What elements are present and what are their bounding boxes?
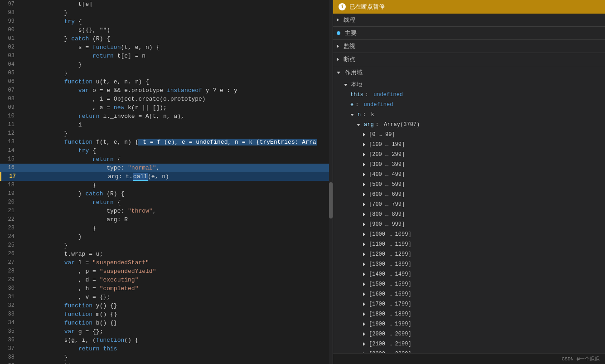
line-number: 25 xyxy=(0,241,18,250)
code-line: 20 return { xyxy=(0,198,333,207)
array-range-2200[interactable]: [2200 … 2299] xyxy=(333,349,605,353)
line-content: function f(t, e, n) { t = f (e), e = und… xyxy=(18,138,333,146)
array-range-2000[interactable]: [2000 … 2099] xyxy=(333,329,605,339)
section-threads-header[interactable]: 线程 xyxy=(333,14,605,26)
prop-key-e: e xyxy=(350,101,353,109)
line-number: 30 xyxy=(0,284,18,293)
section-main-header[interactable]: 主要 xyxy=(333,27,605,39)
debug-sections[interactable]: 线程 主要 监视 断点 xyxy=(333,14,605,353)
array-range-500[interactable]: [500 … 599] xyxy=(333,180,605,189)
collapse-icon xyxy=(363,223,365,226)
section-watch-header[interactable]: 监视 xyxy=(333,40,605,53)
range-label: [1200 … 1299] xyxy=(369,250,411,258)
array-range-1100[interactable]: [1100 … 1199] xyxy=(333,239,605,249)
collapse-icon xyxy=(363,233,365,236)
line-number: 98 xyxy=(0,9,18,17)
array-range-1900[interactable]: [1900 … 1999] xyxy=(333,319,605,329)
prop-sep: : xyxy=(363,111,369,119)
collapse-icon xyxy=(363,312,365,316)
collapse-icon xyxy=(363,292,365,296)
line-content: try { xyxy=(18,17,333,26)
line-number: 10 xyxy=(0,112,18,121)
line-number: 34 xyxy=(0,319,18,327)
var-n[interactable]: n : k xyxy=(333,110,605,120)
range-label: [1400 … 1499] xyxy=(369,270,411,278)
line-number: 31 xyxy=(0,293,18,301)
collapse-icon xyxy=(363,203,365,206)
section-scope-header[interactable]: 作用域 xyxy=(333,66,605,79)
prop-sep: : xyxy=(376,121,382,129)
code-line: 14 try { xyxy=(0,146,333,155)
code-line-highlighted: 16 type: "normal", xyxy=(0,164,333,172)
line-number: 11 xyxy=(0,121,18,129)
array-range-800[interactable]: [800 … 899] xyxy=(333,209,605,219)
code-line: 00 s({}, "") xyxy=(0,26,333,34)
line-content: , a = new k(r || []); xyxy=(18,103,333,112)
var-e[interactable]: e : undefined xyxy=(333,100,605,110)
scrollbar-track[interactable] xyxy=(329,0,333,364)
collapse-icon xyxy=(363,183,365,186)
line-content: } xyxy=(18,60,333,69)
code-line: 21 type: "throw", xyxy=(0,207,333,215)
code-line: 18 } xyxy=(0,181,333,189)
array-range-1500[interactable]: [1500 … 1599] xyxy=(333,279,605,289)
range-label: [1000 … 1099] xyxy=(369,230,411,238)
line-number: 13 xyxy=(0,138,18,146)
line-number: 26 xyxy=(0,250,18,258)
line-number: 20 xyxy=(0,198,18,207)
collapse-icon xyxy=(363,272,365,276)
collapse-icon xyxy=(337,58,339,61)
array-range-200[interactable]: [200 … 299] xyxy=(333,150,605,160)
line-number: 00 xyxy=(0,26,18,34)
line-number: 07 xyxy=(0,86,18,95)
array-range-1300[interactable]: [1300 … 1399] xyxy=(333,259,605,269)
var-arg[interactable]: arg : Array(3707) xyxy=(333,120,605,130)
array-range-1600[interactable]: [1600 … 1699] xyxy=(333,289,605,299)
code-line: 08 , i = Object.create(o.prototype) xyxy=(0,95,333,103)
range-label: [1300 … 1399] xyxy=(369,260,411,268)
line-content: return { xyxy=(18,198,333,207)
array-range-100[interactable]: [100 … 199] xyxy=(333,140,605,150)
range-label: [2000 … 2099] xyxy=(369,330,411,338)
array-range-1700[interactable]: [1700 … 1799] xyxy=(333,299,605,309)
array-range-2100[interactable]: [2100 … 2199] xyxy=(333,339,605,349)
array-range-600[interactable]: [600 … 699] xyxy=(333,189,605,199)
line-number: 27 xyxy=(0,258,18,267)
array-range-900[interactable]: [900 … 999] xyxy=(333,219,605,229)
line-content: } xyxy=(18,241,333,250)
range-label: [100 … 199] xyxy=(369,141,405,149)
array-range-0[interactable]: [0 … 99] xyxy=(333,130,605,140)
code-container[interactable]: 97 t[e] 98 } 99 try { 00 xyxy=(0,0,333,364)
line-content: } xyxy=(18,353,333,362)
code-line: 10 return i._invoke = A(t, n, a), xyxy=(0,112,333,121)
range-label: [1500 … 1599] xyxy=(369,280,411,288)
array-range-300[interactable]: [300 … 399] xyxy=(333,160,605,170)
code-line: 02 s = function(t, e, n) { xyxy=(0,43,333,52)
array-range-1400[interactable]: [1400 … 1499] xyxy=(333,269,605,279)
scrollbar-thumb[interactable] xyxy=(329,182,333,218)
debugger-header: ℹ 已在断点暂停 xyxy=(333,0,605,14)
array-range-700[interactable]: [700 … 799] xyxy=(333,199,605,209)
section-main-label: 主要 xyxy=(345,29,357,37)
expand-icon xyxy=(344,84,348,86)
code-line: 15 return { xyxy=(0,155,333,164)
section-breakpoints-header[interactable]: 断点 xyxy=(333,53,605,66)
var-this[interactable]: this : undefined xyxy=(333,90,605,100)
line-content: arg: R xyxy=(18,215,333,224)
collapse-icon xyxy=(363,213,365,216)
line-content: , p = "suspendedYield" xyxy=(18,267,333,276)
debug-panel: ℹ 已在断点暂停 线程 主要 监视 xyxy=(333,0,605,364)
array-range-1200[interactable]: [1200 … 1299] xyxy=(333,249,605,259)
range-label: [2100 … 2199] xyxy=(369,340,411,348)
line-content: } xyxy=(18,181,333,189)
line-content: var l = "suspendedStart" xyxy=(18,258,333,267)
line-content: return { xyxy=(18,155,333,164)
line-number: 19 xyxy=(0,189,18,198)
line-number: 97 xyxy=(0,0,18,9)
array-range-1000[interactable]: [1000 … 1099] xyxy=(333,229,605,239)
array-range-1800[interactable]: [1800 … 1899] xyxy=(333,309,605,319)
code-line: 37 return this xyxy=(0,345,333,353)
local-section-header[interactable]: 本地 xyxy=(333,80,605,90)
line-number: 12 xyxy=(0,129,18,138)
array-range-400[interactable]: [400 … 499] xyxy=(333,170,605,180)
